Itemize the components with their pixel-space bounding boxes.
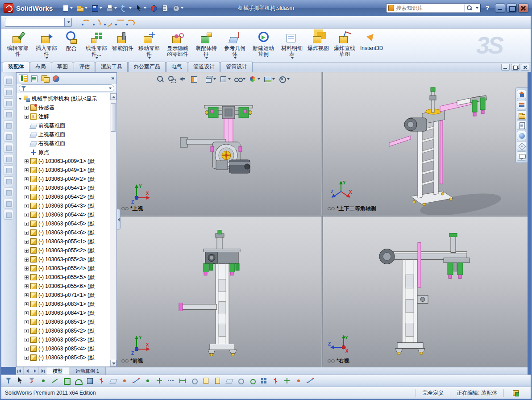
- left-toolbar-icon[interactable]: [4, 176, 13, 186]
- tabs-last-button[interactable]: [39, 367, 46, 375]
- insert-components-button[interactable]: 插入零部件: [33, 30, 60, 60]
- tab-electrical[interactable]: 电气: [166, 62, 187, 72]
- propertymanager-tab-icon[interactable]: [29, 74, 38, 82]
- dropdown-arrow-icon[interactable]: [114, 7, 117, 9]
- open-document-icon[interactable]: [75, 2, 89, 14]
- tab-layout[interactable]: 布局: [30, 62, 51, 72]
- composite-curve-icon[interactable]: [103, 17, 113, 28]
- left-toolbar-icon[interactable]: [4, 109, 13, 119]
- tree-item[interactable]: 传感器: [17, 103, 116, 112]
- tree-item[interactable]: (-) 103063-p054<4> (默: [17, 210, 116, 219]
- tree-item[interactable]: (-) 103063-p085<4> (默: [17, 344, 116, 353]
- filter-dropdown-icon[interactable]: [109, 88, 112, 89]
- help-button[interactable]: ?: [485, 4, 489, 12]
- expand-icon[interactable]: [25, 329, 29, 333]
- tree-item[interactable]: (-) 103063-p055<3> (默: [17, 255, 116, 264]
- dropdown-arrow-icon[interactable]: [228, 78, 231, 80]
- expand-icon[interactable]: [25, 258, 29, 262]
- tree-item[interactable]: (-) 103063-p084<1> (默: [17, 308, 116, 317]
- tree-root[interactable]: 机械手抓举机构 (默认<显示: [17, 94, 116, 103]
- tree-item[interactable]: (-) 103063-p009<1> (默: [17, 157, 116, 166]
- filter-center-marks-icon[interactable]: [155, 376, 164, 385]
- filter-mates-icon[interactable]: [306, 376, 315, 385]
- left-toolbar-icon[interactable]: [4, 210, 13, 220]
- expand-icon[interactable]: [25, 186, 29, 190]
- tab-evaluate[interactable]: 评估: [74, 62, 95, 72]
- previous-view-icon[interactable]: [178, 75, 187, 83]
- dropdown-arrow-icon[interactable]: [96, 57, 98, 59]
- tree-item[interactable]: (-) 103063-p054<2> (默: [17, 192, 116, 201]
- viewport-splitter-vertical[interactable]: [321, 72, 323, 367]
- doc-minimize-button[interactable]: [501, 64, 510, 71]
- minimize-button[interactable]: [495, 4, 505, 12]
- expand-icon[interactable]: [25, 213, 29, 217]
- solidworks-resources-icon[interactable]: [517, 90, 526, 99]
- tree-item[interactable]: (-) 103063-p085<5> (默: [17, 353, 116, 362]
- file-explorer-icon[interactable]: [517, 110, 526, 120]
- zoom-fit-icon[interactable]: [155, 75, 165, 83]
- expand-icon[interactable]: [25, 302, 29, 306]
- filter-geometric-tolerances-icon[interactable]: [201, 376, 210, 385]
- tab-sketch[interactable]: 草图: [52, 62, 73, 72]
- left-toolbar-icon[interactable]: [4, 165, 13, 175]
- expand-icon[interactable]: [25, 231, 29, 235]
- tab-piping[interactable]: 管道设计: [188, 62, 220, 72]
- left-toolbar-icon[interactable]: [4, 132, 13, 142]
- project-curve-icon[interactable]: [91, 17, 102, 28]
- expand-icon[interactable]: [25, 320, 29, 324]
- viewport-splitter-horizontal[interactable]: [117, 215, 528, 217]
- dropdown-arrow-icon[interactable]: [129, 7, 132, 9]
- tree-item[interactable]: 注解: [17, 112, 116, 121]
- tree-item[interactable]: 前视基准面: [17, 121, 116, 130]
- tree-item[interactable]: 右视基准面: [17, 139, 116, 148]
- tab-render-tools[interactable]: 渲染工具: [96, 62, 128, 72]
- filter-balloons-icon[interactable]: [248, 376, 257, 385]
- dropdown-arrow-icon[interactable]: [287, 78, 290, 80]
- left-toolbar-icon[interactable]: [4, 143, 13, 153]
- explode-line-sketch-button[interactable]: 爆炸直线草图: [331, 30, 358, 58]
- tree-item[interactable]: 原点: [17, 148, 116, 157]
- tree-item[interactable]: (-) 103063-p055<2> (默: [17, 246, 116, 255]
- tab-model[interactable]: 模型: [46, 367, 69, 375]
- tree-item[interactable]: (-) 103063-p055<1> (默: [17, 237, 116, 246]
- dropdown-arrow-icon[interactable]: [181, 7, 183, 9]
- tab-assembly[interactable]: 装配体: [3, 62, 29, 72]
- design-library-icon[interactable]: [517, 100, 526, 109]
- expand-icon[interactable]: [25, 356, 29, 360]
- curve-through-xyz-icon[interactable]: [114, 17, 125, 28]
- expand-icon[interactable]: [25, 204, 29, 208]
- tree-item[interactable]: (-) 103063-p085<1> (默: [17, 317, 116, 326]
- expand-icon[interactable]: [25, 168, 29, 172]
- left-toolbar-icon[interactable]: [4, 121, 13, 130]
- apply-scene-icon[interactable]: [262, 75, 276, 83]
- filter-sketch-segments-icon[interactable]: [132, 376, 141, 385]
- filter-planes-icon[interactable]: [108, 376, 117, 385]
- filter-cosmetic-threads-icon[interactable]: [271, 376, 280, 385]
- expand-icon[interactable]: [25, 338, 29, 342]
- command-combo[interactable]: [5, 18, 72, 27]
- edit-component-button[interactable]: 编辑零部件: [4, 30, 32, 58]
- expand-icon[interactable]: [25, 347, 29, 351]
- mate-button[interactable]: 配合: [61, 30, 82, 52]
- tree-item[interactable]: (-) 103063-p085<3> (默: [17, 335, 116, 344]
- linear-component-pattern-button[interactable]: 线性零部件...: [83, 30, 110, 60]
- viewport-top-view[interactable]: Y X Z *上视: [117, 72, 321, 215]
- maximize-button[interactable]: [507, 4, 517, 12]
- close-button[interactable]: [518, 4, 528, 12]
- tree-item[interactable]: (-) 103063-p055<5> (默: [17, 273, 116, 282]
- tree-item[interactable]: (-) 103063-p055<4> (默: [17, 264, 116, 273]
- viewport-isometric[interactable]: Y X Z *上下二等角轴测: [323, 72, 528, 215]
- configurationmanager-tab-icon[interactable]: [40, 74, 49, 82]
- tab-motion-study-1[interactable]: 运动算例 1: [69, 367, 106, 375]
- filter-edges-icon[interactable]: [50, 376, 59, 385]
- dropdown-arrow-icon[interactable]: [85, 7, 87, 9]
- expand-icon[interactable]: [25, 293, 29, 297]
- tree-item[interactable]: (-) 103063-p083<1> (默: [17, 300, 116, 308]
- tree-item[interactable]: (-) 103063-p054<3> (默: [17, 201, 116, 210]
- tree-item[interactable]: (-) 103063-p049<1> (默: [17, 166, 116, 175]
- tree-item[interactable]: (-) 103063-p055<6> (默: [17, 282, 116, 291]
- tabs-next-button[interactable]: [31, 367, 39, 375]
- exploded-view-button[interactable]: 爆炸视图: [307, 30, 330, 52]
- display-style-icon[interactable]: [218, 75, 232, 83]
- tree-item[interactable]: (-) 103063-p054<1> (默: [17, 183, 116, 192]
